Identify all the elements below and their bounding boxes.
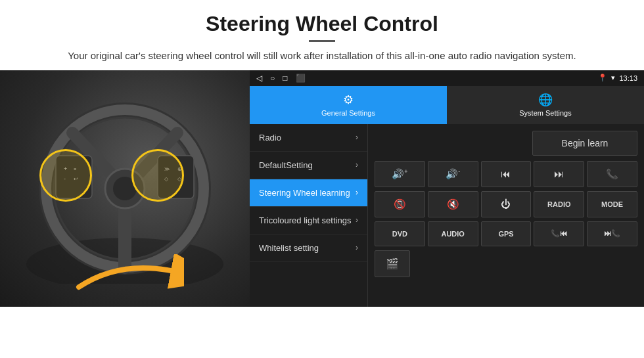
status-bar: ◁ ○ □ ⬛ 📍 ▾ 13:13 [250, 70, 644, 86]
status-bar-right: 📍 ▾ 13:13 [598, 74, 637, 82]
control-last-row: 🎬 [375, 250, 637, 277]
menu-icon[interactable]: ⬛ [296, 74, 306, 83]
mode-button[interactable]: MODE [587, 191, 637, 217]
vol-down-button[interactable]: 🔊- [428, 161, 478, 187]
next-track-button[interactable]: ⏭ [534, 161, 584, 187]
menu-radio-label: Radio [259, 133, 281, 143]
radio-button[interactable]: RADIO [534, 191, 584, 217]
steering-wheel-bg: + - ≡ ↩ ≫ ◇ ⊕ ◇ [0, 70, 250, 307]
menu-item-steering[interactable]: Steering Wheel learning › [250, 179, 367, 207]
settings-content: Radio › DefaultSetting › Steering Wheel … [250, 124, 644, 307]
hang-up-button[interactable]: 📵 [375, 191, 425, 217]
recents-icon[interactable]: □ [283, 74, 287, 83]
mute-button[interactable]: 🔇 [428, 191, 478, 217]
arrow-svg [66, 254, 184, 294]
mode-label: MODE [601, 200, 623, 208]
menu-item-whitelist[interactable]: Whitelist setting › [250, 235, 367, 262]
next-track-icon: ⏭ [554, 168, 564, 179]
audio-label: AUDIO [441, 230, 464, 238]
prev-icon-2: 📞⏮ [551, 229, 567, 238]
right-panel: ◁ ○ □ ⬛ 📍 ▾ 13:13 ⚙ General Settings [250, 70, 644, 307]
control-grid-row1: 🔊+ 🔊- ⏮ ⏭ 📞 [375, 161, 637, 187]
control-grid-row2: 📵 🔇 ⏻ RADIO MODE [375, 191, 637, 217]
begin-learn-row: Begin learn [375, 131, 637, 156]
gps-button[interactable]: GPS [481, 221, 532, 246]
menu-item-default[interactable]: DefaultSetting › [250, 152, 367, 179]
wifi-icon: ▾ [611, 74, 615, 82]
power-button[interactable]: ⏻ [481, 191, 532, 217]
tab-system[interactable]: 🌐 System Settings [447, 86, 644, 124]
next-icon-2: ⏭📞 [604, 229, 620, 238]
menu-item-tricoloured[interactable]: Tricoloured light settings › [250, 207, 367, 235]
vol-up-icon: 🔊+ [392, 168, 407, 180]
control-grid-row3: DVD AUDIO GPS 📞⏮ ⏭📞 [375, 221, 637, 246]
menu-whitelist-label: Whitelist setting [259, 243, 319, 253]
menu-default-chevron: › [356, 160, 358, 169]
audio-button[interactable]: AUDIO [428, 221, 478, 246]
header-section: Steering Wheel Control Your original car… [0, 0, 644, 70]
begin-learn-button[interactable]: Begin learn [532, 131, 637, 156]
phone-button[interactable]: 📞 [587, 161, 637, 187]
status-bar-left: ◁ ○ □ ⬛ [256, 74, 306, 83]
tab-system-label: System Settings [519, 109, 571, 117]
back-icon[interactable]: ◁ [256, 74, 262, 83]
media-icon-button[interactable]: 🎬 [375, 250, 410, 277]
highlight-circle-right [131, 149, 184, 202]
prev-track-icon: ⏮ [501, 168, 511, 179]
page-title: Steering Wheel Control [39, 12, 605, 36]
menu-default-label: DefaultSetting [259, 160, 313, 170]
mute-icon: 🔇 [447, 198, 459, 210]
menu-steering-label: Steering Wheel learning [259, 188, 350, 198]
prev-button-2[interactable]: 📞⏮ [534, 221, 584, 246]
hang-up-icon: 📵 [394, 198, 406, 210]
radio-label: RADIO [547, 200, 570, 208]
tab-general[interactable]: ⚙ General Settings [250, 86, 447, 124]
menu-item-radio[interactable]: Radio › [250, 124, 367, 152]
settings-gear-icon: ⚙ [343, 93, 354, 107]
menu-whitelist-chevron: › [356, 243, 358, 252]
highlight-circle-left [39, 149, 92, 202]
menu-radio-chevron: › [356, 133, 358, 142]
media-icon: 🎬 [386, 257, 399, 270]
home-icon[interactable]: ○ [270, 74, 275, 83]
power-icon: ⏻ [501, 198, 511, 210]
location-icon: 📍 [598, 74, 607, 82]
system-settings-icon: 🌐 [538, 93, 553, 107]
menu-tricoloured-chevron: › [356, 215, 358, 225]
header-divider [309, 40, 335, 42]
next-button-2[interactable]: ⏭📞 [587, 221, 637, 246]
menu-tricoloured-label: Tricoloured light settings [259, 215, 351, 225]
dvd-button[interactable]: DVD [375, 221, 425, 246]
menu-steering-chevron: › [356, 188, 358, 197]
prev-track-button[interactable]: ⏮ [481, 161, 532, 187]
phone-icon: 📞 [606, 168, 618, 180]
vol-down-icon: 🔊- [446, 168, 460, 180]
gps-label: GPS [498, 230, 513, 238]
vol-up-button[interactable]: 🔊+ [375, 161, 425, 187]
tab-bar: ⚙ General Settings 🌐 System Settings [250, 86, 644, 124]
header-subtitle: Your original car's steering wheel contr… [39, 49, 605, 64]
settings-right: Begin learn 🔊+ 🔊- ⏮ [368, 124, 644, 307]
dvd-label: DVD [392, 230, 407, 238]
tab-general-label: General Settings [321, 109, 375, 117]
left-panel: + - ≡ ↩ ≫ ◇ ⊕ ◇ [0, 70, 250, 307]
settings-menu: Radio › DefaultSetting › Steering Wheel … [250, 124, 368, 307]
page-container: Steering Wheel Control Your original car… [0, 0, 644, 307]
clock: 13:13 [619, 74, 637, 82]
main-content: + - ≡ ↩ ≫ ◇ ⊕ ◇ [0, 70, 644, 307]
